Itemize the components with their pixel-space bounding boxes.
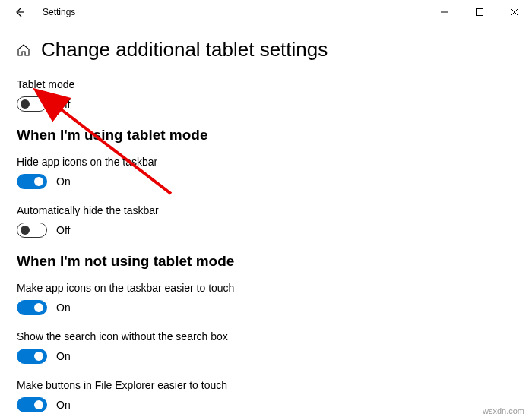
easier-icons-label: Make app icons on the taskbar easier to …: [17, 282, 515, 294]
watermark: wsxdn.com: [483, 406, 524, 415]
search-icon-state: On: [56, 350, 71, 362]
minimize-button[interactable]: [427, 0, 462, 24]
easier-icons-row: On: [17, 300, 515, 315]
hide-icons-state: On: [56, 175, 71, 188]
file-explorer-toggle[interactable]: [17, 397, 47, 412]
home-icon: [17, 43, 30, 57]
window-controls: [427, 0, 532, 24]
tablet-mode-label: Tablet mode: [17, 78, 515, 90]
minimize-icon: [441, 8, 448, 16]
auto-hide-taskbar-row: Off: [17, 223, 515, 238]
hide-icons-label: Hide app icons on the taskbar: [17, 156, 515, 168]
hide-icons-toggle[interactable]: [17, 174, 47, 189]
file-explorer-state: On: [56, 399, 71, 411]
close-button[interactable]: [497, 0, 532, 24]
tablet-mode-row: Off: [17, 96, 515, 112]
content-area: Change additional tablet settings Tablet…: [0, 24, 532, 412]
maximize-icon: [476, 8, 483, 16]
search-icon-label: Show the search icon without the search …: [17, 330, 515, 343]
close-icon: [511, 8, 518, 16]
hide-icons-row: On: [17, 174, 515, 189]
back-button[interactable]: [8, 0, 32, 24]
back-arrow-icon: [14, 7, 25, 17]
page-header: Change additional tablet settings: [17, 38, 515, 62]
section-not-using-tablet: When I'm not using tablet mode: [17, 253, 515, 270]
maximize-button[interactable]: [462, 0, 497, 24]
easier-icons-state: On: [56, 302, 71, 314]
app-title: Settings: [43, 7, 75, 17]
auto-hide-taskbar-state: Off: [56, 224, 70, 236]
home-button[interactable]: [17, 43, 30, 57]
auto-hide-taskbar-label: Automatically hide the taskbar: [17, 204, 515, 216]
tablet-mode-toggle[interactable]: [17, 96, 47, 112]
search-icon-row: On: [17, 349, 515, 364]
tablet-mode-state: Off: [56, 98, 70, 110]
section-using-tablet: When I'm using tablet mode: [17, 127, 515, 144]
page-title: Change additional tablet settings: [41, 38, 328, 62]
file-explorer-row: On: [17, 397, 515, 412]
easier-icons-toggle[interactable]: [17, 300, 47, 315]
auto-hide-taskbar-toggle[interactable]: [17, 223, 47, 238]
titlebar: Settings: [0, 0, 532, 24]
search-icon-toggle[interactable]: [17, 349, 47, 364]
file-explorer-label: Make buttons in File Explorer easier to …: [17, 379, 515, 391]
svg-rect-1: [477, 9, 483, 16]
